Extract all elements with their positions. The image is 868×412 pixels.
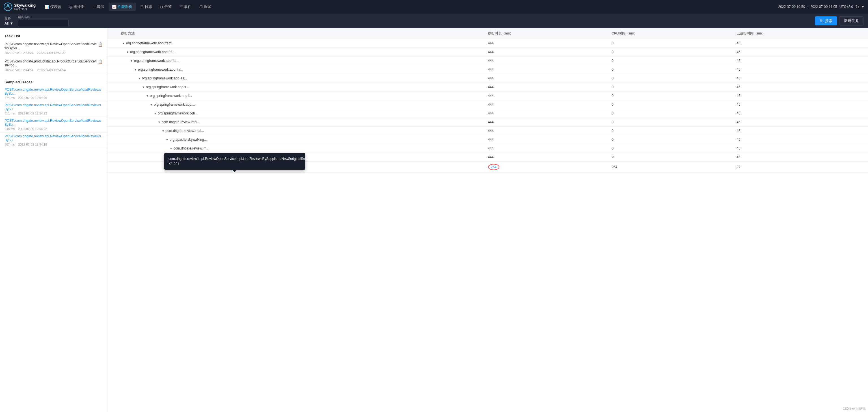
row-chevron[interactable]: ▼ bbox=[146, 94, 149, 97]
row-chevron[interactable]: ▼ bbox=[122, 42, 125, 45]
trace-meta-1: 311 ms 2022-07-09 12:54:22 bbox=[4, 112, 103, 115]
top-nav: Skywalking Rocketbot 📊 仪表盘 ◎ 拓扑图 ⊢ 追踪 📈 … bbox=[0, 0, 868, 13]
search-button[interactable]: 🔍 搜索 bbox=[815, 17, 837, 25]
expand-cell bbox=[107, 100, 117, 109]
nav-dropdown-icon[interactable]: ▼ bbox=[861, 5, 865, 9]
table-row: ▼com.dhgate.review.im...444045 bbox=[107, 144, 868, 153]
event-icon: ☰ bbox=[180, 5, 183, 9]
expand-cell bbox=[107, 153, 117, 162]
logo: Skywalking Rocketbot bbox=[3, 2, 36, 11]
span-name-text: org.springframework.aop.as... bbox=[142, 76, 187, 80]
method-cell: ▼org.springframework.aop.... bbox=[117, 100, 484, 109]
service-label: 服务 bbox=[4, 17, 13, 21]
row-chevron[interactable]: ▼ bbox=[162, 129, 164, 132]
row-chevron[interactable]: ▼ bbox=[126, 51, 129, 54]
span-name-text: org.springframework.aop.fra... bbox=[138, 67, 183, 71]
task-item-0[interactable]: 📋 POST:/com.dhgate.review.api.ReviewOpen… bbox=[0, 40, 107, 57]
trace-item-2[interactable]: POST:/com.dhgate.review.api.ReviewOpenSe… bbox=[0, 117, 107, 132]
endpoint-input[interactable] bbox=[18, 20, 69, 27]
cpu-cell: 254 bbox=[607, 162, 732, 173]
elapsed-cell: 45 bbox=[732, 74, 868, 83]
table-row: ▼com.dhgate.review.impl...444045 bbox=[107, 127, 868, 135]
elapsed-cell: 45 bbox=[732, 83, 868, 92]
nav-debug[interactable]: ☐ 调试 bbox=[196, 3, 215, 11]
duration-cell: 444 bbox=[484, 92, 607, 100]
trace-item-1[interactable]: POST:/com.dhgate.review.api.ReviewOpenSe… bbox=[0, 101, 107, 117]
nav-alert[interactable]: ⊙ 告警 bbox=[157, 3, 175, 11]
nav-dashboard[interactable]: 📊 仪表盘 bbox=[41, 3, 65, 11]
trace-meta-0: 474 ms 2022-07-09 12:54:26 bbox=[4, 96, 103, 99]
svg-point-0 bbox=[4, 3, 12, 11]
cpu-cell: 0 bbox=[607, 74, 732, 83]
refresh-icon[interactable]: ↻ bbox=[855, 4, 859, 10]
duration-cell: 444 bbox=[484, 153, 607, 162]
search-icon: 🔍 bbox=[819, 19, 824, 23]
duration-cell: 444 bbox=[484, 109, 607, 118]
expand-cell bbox=[107, 118, 117, 127]
row-chevron[interactable]: ▼ bbox=[142, 86, 145, 89]
expand-cell bbox=[107, 48, 117, 57]
nav-trace[interactable]: ⊢ 追踪 bbox=[89, 3, 107, 11]
nav-profiling[interactable]: 📈 性能剖析 bbox=[108, 3, 136, 11]
nav-topology[interactable]: ◎ 拓扑图 bbox=[66, 3, 88, 11]
task-item-1[interactable]: 📋 POST:/com.dhgate.productstat.api.Produ… bbox=[0, 57, 107, 74]
row-chevron[interactable]: ▼ bbox=[134, 68, 137, 71]
elapsed-cell: 45 bbox=[732, 39, 868, 48]
expand-cell bbox=[107, 92, 117, 100]
service-select[interactable]: All ▼ bbox=[4, 21, 13, 25]
table-header: 执行方法 执行时长（ms） CPU时间（ms） 已运行时间（ms） bbox=[107, 28, 868, 39]
new-task-button[interactable]: 新建任务 bbox=[839, 17, 864, 25]
row-chevron[interactable]: ▼ bbox=[154, 112, 157, 115]
elapsed-cell: 45 bbox=[732, 57, 868, 65]
row-chevron[interactable]: ▼ bbox=[150, 103, 153, 106]
trace-meta-3: 307 ms 2022-07-09 12:54:18 bbox=[4, 143, 103, 146]
elapsed-cell: 27 bbox=[732, 162, 868, 173]
chevron-down-icon: ▼ bbox=[10, 21, 13, 25]
cpu-cell: 0 bbox=[607, 48, 732, 57]
task-name-0: POST:/com.dhgate.review.api.ReviewOpenSe… bbox=[4, 42, 103, 50]
duration-cell: 444 bbox=[484, 48, 607, 57]
trace-item-3[interactable]: POST:/com.dhgate.review.api.ReviewOpenSe… bbox=[0, 132, 107, 148]
trace-table: 执行方法 执行时长（ms） CPU时间（ms） 已运行时间（ms） ▼org.s… bbox=[107, 28, 868, 173]
method-cell: ▼org.springframework.cgli... bbox=[117, 109, 484, 118]
table-row: ▼org.springframework.aop.fra...444045 bbox=[107, 57, 868, 65]
nav-log[interactable]: ☰ 日志 bbox=[137, 3, 155, 11]
col-method: 执行方法 bbox=[117, 28, 484, 39]
trace-item-0[interactable]: POST:/com.dhgate.review.api.ReviewOpenSe… bbox=[0, 86, 107, 101]
toolbar: 服务 All ▼ 端点名称 🔍 搜索 新建任务 bbox=[0, 13, 868, 28]
sampled-traces-title: Sampled Traces bbox=[0, 78, 107, 86]
nav-event[interactable]: ☰ 事件 bbox=[176, 3, 195, 11]
row-chevron[interactable]: ▼ bbox=[130, 59, 133, 62]
span-name-text: org.springframework.aop.fram... bbox=[126, 41, 174, 45]
col-elapsed: 已运行时间（ms） bbox=[732, 28, 868, 39]
trace-link-0[interactable]: POST:/com.dhgate.review.api.ReviewOpenSe… bbox=[4, 88, 103, 96]
span-name-text: org.springframework.aop.fra... bbox=[134, 59, 179, 63]
method-cell: ▼org.springframework.aop.fr... bbox=[117, 83, 484, 92]
method-cell: ▼com.dhgate.review.impl.... bbox=[117, 118, 484, 127]
span-name-text: org.springframework.aop.... bbox=[154, 102, 195, 106]
alert-icon: ⊙ bbox=[160, 5, 163, 9]
elapsed-cell: 45 bbox=[732, 65, 868, 74]
cpu-cell: 0 bbox=[607, 39, 732, 48]
task-icon-1: 📋 bbox=[98, 59, 103, 64]
dashboard-icon: 📊 bbox=[45, 5, 49, 9]
timezone: UTC+8:0 bbox=[839, 5, 853, 9]
span-name-text: org.apache.skywalking... bbox=[169, 138, 207, 141]
table-row: ▼org.springframework.aop.as...444045 bbox=[107, 74, 868, 83]
row-chevron[interactable]: ▼ bbox=[138, 77, 141, 80]
method-cell: ▼org.springframework.aop.fra... bbox=[117, 48, 484, 57]
expand-cell bbox=[107, 39, 117, 48]
duration-cell: 444 bbox=[484, 39, 607, 48]
duration-cell: 444 bbox=[484, 57, 607, 65]
row-chevron[interactable]: ▼ bbox=[166, 138, 168, 141]
trace-link-3[interactable]: POST:/com.dhgate.review.api.ReviewOpenSe… bbox=[4, 134, 103, 142]
row-chevron[interactable]: ▼ bbox=[169, 147, 173, 150]
task-dates-1: 2022-07-09 12:44:54 2022-07-09 12:54:54 bbox=[4, 68, 103, 72]
duration-cell: 444 bbox=[484, 127, 607, 135]
method-cell: ▼org.springframework.aop.fra... bbox=[117, 65, 484, 74]
elapsed-cell: 45 bbox=[732, 48, 868, 57]
expand-cell bbox=[107, 83, 117, 92]
row-chevron[interactable]: ▼ bbox=[158, 121, 161, 124]
trace-link-2[interactable]: POST:/com.dhgate.review.api.ReviewOpenSe… bbox=[4, 119, 103, 127]
trace-link-1[interactable]: POST:/com.dhgate.review.api.ReviewOpenSe… bbox=[4, 103, 103, 111]
